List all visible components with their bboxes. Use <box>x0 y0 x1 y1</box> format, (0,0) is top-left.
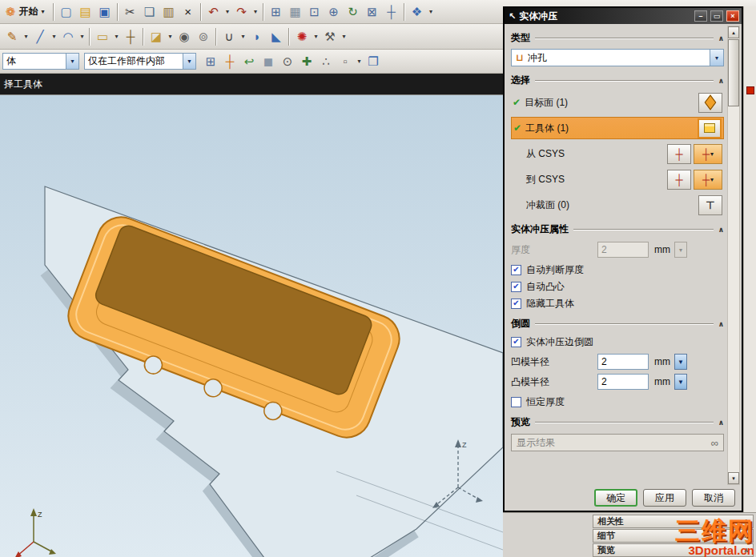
auto-center-checkbox[interactable]: ✔ 自动凸心 <box>511 278 724 295</box>
start-menu-button[interactable]: ❁ 开始 ▾ <box>2 3 50 21</box>
snap-dropdown-arrow[interactable]: ▾ <box>355 52 364 71</box>
viewport-canvas[interactable]: Z Z <box>0 95 503 557</box>
apply-button[interactable]: 应用 <box>643 489 686 507</box>
select-tool-body-button[interactable] <box>698 118 722 138</box>
infer-thickness-checkbox[interactable]: ✔ 自动判断厚度 <box>511 262 724 278</box>
section-type[interactable]: 类型 ∧ <box>511 31 724 45</box>
selection-scope-combo[interactable]: 仅在工作部件内部 ▼ <box>84 53 196 70</box>
dropdown-arrow-icon[interactable]: ▾ <box>710 50 723 66</box>
redo-icon[interactable]: ↷ <box>232 2 251 22</box>
select-pierce-face-button[interactable]: ⊤ <box>698 195 722 215</box>
orient-view-cube-icon[interactable]: ❖ <box>408 2 427 22</box>
view-dropdown-arrow[interactable]: ▾ <box>427 2 436 22</box>
from-csys-button[interactable]: ┼ <box>667 144 691 164</box>
combo-arrow-icon[interactable]: ▼ <box>66 54 78 69</box>
section-preview[interactable]: 预览 ∧ <box>511 415 724 429</box>
tools-icon[interactable]: ⚒ <box>320 27 340 46</box>
target-face-row[interactable]: ✔ 目标面 (1) <box>511 91 724 114</box>
tools-dropdown-arrow[interactable]: ▾ <box>340 27 348 46</box>
scroll-up-button[interactable]: ▴ <box>728 26 739 38</box>
back-arrow-icon[interactable]: ↩ <box>239 52 259 71</box>
dialog-titlebar[interactable]: ↖ 实体冲压 – ▭ × <box>505 8 742 24</box>
tool-body-row[interactable]: ✔ 工具体 (1) <box>511 117 724 139</box>
arc-dropdown-arrow[interactable]: ▾ <box>78 27 86 46</box>
select-target-face-button[interactable] <box>698 93 722 113</box>
paste-icon[interactable]: ▥ <box>159 2 179 22</box>
sketch-dropdown-arrow[interactable]: ▾ <box>22 27 30 46</box>
spinner-down-button[interactable]: ▼ <box>674 374 687 390</box>
copy-icon[interactable]: ❏ <box>140 2 159 22</box>
pierce-face-row[interactable]: 冲裁面 (0) ⊤ <box>511 194 724 216</box>
round-stamp-edges-checkbox[interactable]: ✔ 实体冲压边倒圆 <box>511 334 724 350</box>
spinner-down-button[interactable]: ▼ <box>674 354 687 370</box>
navigator-section-dependencies[interactable]: 相关性 ∧ <box>593 515 754 528</box>
delete-icon[interactable]: × <box>179 2 198 22</box>
dashed-box-icon[interactable]: ▫ <box>336 52 355 71</box>
checkbox-box[interactable]: ✔ <box>511 337 521 347</box>
datum-csys-icon[interactable]: ┼ <box>121 27 140 46</box>
save-icon[interactable]: ▣ <box>95 2 115 22</box>
from-csys-row[interactable]: 从 CSYS ┼ ┼ ▾ <box>511 142 724 165</box>
window-icon[interactable]: ❐ <box>364 52 383 71</box>
redo-dropdown-arrow[interactable]: ▾ <box>251 2 260 22</box>
graphics-window[interactable]: Z Z <box>0 94 503 557</box>
center-point-icon[interactable]: ⊙ <box>278 52 297 71</box>
solid-body-icon[interactable]: ◼ <box>259 52 278 71</box>
assembly-icon[interactable]: ✺ <box>292 27 312 46</box>
zoom-window-icon[interactable]: ⊡ <box>305 2 324 22</box>
plus-icon[interactable]: ✚ <box>297 52 316 71</box>
hole-icon[interactable]: ◉ <box>175 27 194 46</box>
to-csys-button[interactable]: ┼ <box>667 170 691 190</box>
collapse-chevron-icon[interactable]: ∧ <box>718 77 724 85</box>
collapse-chevron-icon[interactable]: ∧ <box>718 34 724 42</box>
specify-to-csys-button[interactable]: ┼ ▾ <box>694 170 722 190</box>
collapse-chevron-icon[interactable]: ∧ <box>718 226 724 234</box>
radius-input[interactable] <box>597 354 649 370</box>
rollup-button[interactable]: – <box>694 10 707 22</box>
hide-tool-body-checkbox[interactable]: ✔ 隐藏工具体 <box>511 295 724 311</box>
combo-arrow-icon[interactable]: ▼ <box>183 54 195 69</box>
dialog-scrollbar[interactable]: ▴ ▾ <box>727 26 740 485</box>
undo-icon[interactable]: ↶ <box>204 2 223 22</box>
type-dropdown[interactable]: ⊔ 冲孔 ▾ <box>511 49 724 66</box>
constant-thickness-checkbox[interactable]: 恒定厚度 <box>511 394 724 410</box>
line-dropdown-arrow[interactable]: ▾ <box>50 27 58 46</box>
checkbox-box[interactable]: ✔ <box>511 299 521 309</box>
undo-dropdown-arrow[interactable]: ▾ <box>223 2 232 22</box>
extrude-dropdown-arrow[interactable]: ▾ <box>166 27 175 46</box>
edge-blend-icon[interactable]: ◗ <box>247 27 267 46</box>
unite-icon[interactable]: ∪ <box>219 27 239 46</box>
new-file-icon[interactable]: ▢ <box>57 2 76 22</box>
section-round[interactable]: 倒圆 ∧ <box>511 317 724 331</box>
screenshot-icon[interactable]: ⊞ <box>267 2 286 22</box>
snap-point-icon[interactable]: ┼ <box>220 52 239 71</box>
section-select[interactable]: 选择 ∧ <box>511 74 724 87</box>
fit-view-icon[interactable]: ⊠ <box>363 2 382 22</box>
close-button[interactable]: × <box>726 10 739 22</box>
type-filter-combo[interactable]: 体 ▼ <box>2 53 79 70</box>
scroll-down-button[interactable]: ▾ <box>728 472 739 484</box>
vertex-icon[interactable]: ∴ <box>316 52 336 71</box>
snapshot-button[interactable]: ▭ <box>710 10 723 22</box>
punch-radius-row[interactable]: 凸模半径 mm ▼ <box>511 373 724 391</box>
boss-icon[interactable]: ⊚ <box>194 27 213 46</box>
checkbox-box[interactable]: ✔ <box>511 282 521 292</box>
specify-from-csys-button[interactable]: ┼ ▾ <box>694 144 722 164</box>
datum-plane-icon[interactable]: ▭ <box>93 27 112 46</box>
refresh-icon[interactable]: ↻ <box>344 2 363 22</box>
navigator-section-preview[interactable]: 预览 ∧ <box>593 543 754 557</box>
extrude-icon[interactable]: ◪ <box>147 27 166 46</box>
ok-button[interactable]: 确定 <box>594 489 637 507</box>
to-csys-row[interactable]: 到 CSYS ┼ ┼ ▾ <box>511 168 724 190</box>
pan-icon[interactable]: ┼ <box>382 2 401 22</box>
zoom-in-out-icon[interactable]: ⊕ <box>324 2 344 22</box>
cancel-button[interactable]: 取消 <box>692 489 735 507</box>
snap-grid-icon[interactable]: ⊞ <box>201 52 220 71</box>
navigator-section-details[interactable]: 细节 ∧ <box>593 529 754 543</box>
assembly-dropdown-arrow[interactable]: ▾ <box>312 27 320 46</box>
datum-dropdown-arrow[interactable]: ▾ <box>112 27 121 46</box>
line-icon[interactable]: ╱ <box>30 27 50 46</box>
checkbox-box[interactable] <box>511 397 521 407</box>
sketch-icon[interactable]: ✎ <box>2 27 22 46</box>
radius-input[interactable] <box>597 374 649 390</box>
